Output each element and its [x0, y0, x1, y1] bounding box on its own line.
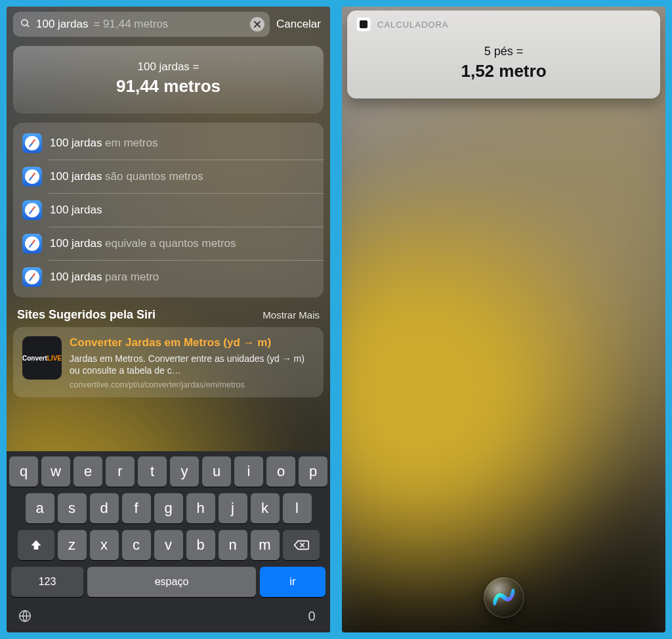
key-u[interactable]: u [202, 456, 231, 487]
siri-sites-header: Sites Sugeridos pela Siri Mostrar Mais [13, 297, 324, 327]
search-suggestion[interactable]: 100 jardas para metro [13, 261, 324, 294]
cancel-button[interactable]: Cancelar [276, 18, 324, 31]
answer-result: 91,44 metros [25, 76, 312, 97]
suggestion-text: 100 jardas equivale a quantos metros [50, 237, 236, 250]
key-q[interactable]: q [9, 456, 38, 487]
clear-search-icon[interactable] [250, 17, 264, 32]
svg-point-0 [22, 19, 28, 25]
svg-line-1 [27, 24, 29, 26]
suggestion-text: 100 jardas [50, 204, 102, 217]
key-g[interactable]: g [154, 493, 183, 523]
site-info: Converter Jardas em Metros (yd → m) Jard… [70, 336, 314, 389]
search-query-text: 100 jardas [36, 18, 88, 31]
suggestion-text: 100 jardas para metro [50, 271, 159, 284]
shift-key[interactable] [18, 530, 54, 560]
answer-equation: 100 jardas = [25, 60, 312, 74]
key-z[interactable]: z [58, 530, 87, 560]
spotlight-search-field[interactable]: 100 jardas = 91,44 metros [13, 12, 270, 37]
key-v[interactable]: v [154, 530, 183, 560]
search-suggestion[interactable]: 100 jardas [13, 194, 324, 227]
site-description: Jardas em Metros. Converter entre as uni… [70, 353, 314, 376]
software-keyboard: qwertyuiop asdfghjkl zxcvbnm 123 espaço … [7, 451, 330, 632]
thumb-text-b: LIVE [47, 355, 62, 362]
search-row: 100 jardas = 91,44 metros Cancelar [7, 7, 330, 41]
safari-icon [22, 167, 42, 187]
key-e[interactable]: e [74, 456, 102, 487]
globe-key[interactable] [12, 606, 37, 626]
keyboard-row-bottom: 123 espaço ir [9, 567, 328, 597]
search-suggestion[interactable]: 100 jardas em metros [13, 127, 324, 160]
key-k[interactable]: k [251, 493, 280, 523]
calculator-result-card[interactable]: CALCULADORA 5 pés = 1,52 metro [347, 11, 660, 99]
siri-wave-icon [492, 584, 516, 611]
calc-result: 1,52 metro [359, 61, 648, 81]
key-i[interactable]: i [234, 456, 263, 487]
siri-sites-title: Sites Sugeridos pela Siri [17, 308, 156, 322]
site-url: convertlive.com/pt/u/converter/jardas/em… [70, 380, 314, 389]
search-icon [20, 18, 31, 32]
keyboard-row-extras: 0 [9, 604, 328, 626]
suggestion-text: 100 jardas são quantos metros [50, 170, 203, 183]
search-inline-answer: = 91,44 metros [93, 18, 168, 31]
calc-equation: 5 pés = [359, 45, 648, 58]
keyboard-row-3: zxcvbnm [9, 530, 328, 560]
key-j[interactable]: j [219, 493, 247, 523]
go-key[interactable]: ir [260, 567, 326, 597]
key-b[interactable]: b [186, 530, 215, 560]
show-more-button[interactable]: Mostrar Mais [262, 309, 320, 320]
site-title: Converter Jardas em Metros (yd → m) [70, 336, 314, 349]
key-f[interactable]: f [122, 493, 151, 523]
calculator-header: CALCULADORA [347, 11, 660, 35]
key-d[interactable]: d [90, 493, 119, 523]
calculator-app-icon [356, 17, 371, 32]
key-x[interactable]: x [90, 530, 119, 560]
thumb-text-a: Convert [22, 355, 47, 362]
keyboard-row-2: asdfghjkl [9, 493, 328, 523]
calculator-app-label: CALCULADORA [377, 20, 449, 30]
backspace-key[interactable] [283, 530, 320, 560]
safari-icon [22, 234, 42, 253]
key-s[interactable]: s [58, 493, 87, 523]
key-o[interactable]: o [266, 456, 295, 487]
key-r[interactable]: r [106, 456, 135, 487]
key-t[interactable]: t [138, 456, 167, 487]
safari-icon [22, 133, 42, 153]
siri-orb-button[interactable] [484, 577, 524, 618]
suggestion-text: 100 jardas em metros [50, 137, 158, 150]
key-l[interactable]: l [283, 493, 312, 523]
key-p[interactable]: p [299, 456, 327, 487]
conversion-answer-card[interactable]: 100 jardas = 91,44 metros [13, 46, 324, 114]
keyboard-row-1: qwertyuiop [9, 456, 328, 487]
siri-screenshot: CALCULADORA 5 pés = 1,52 metro [342, 7, 665, 632]
key-h[interactable]: h [186, 493, 215, 523]
spotlight-screenshot: 100 jardas = 91,44 metros Cancelar 100 j… [7, 7, 330, 632]
siri-site-card[interactable]: ConvertLIVE Converter Jardas em Metros (… [13, 327, 324, 397]
search-suggestions-card: 100 jardas em metros100 jardas são quant… [13, 123, 324, 297]
results-scroll[interactable]: 100 jardas = 91,44 metros 100 jardas em … [7, 41, 330, 451]
key-y[interactable]: y [170, 456, 199, 487]
dictation-digit[interactable]: 0 [299, 606, 324, 626]
site-thumbnail: ConvertLIVE [22, 336, 62, 380]
numbers-key[interactable]: 123 [11, 567, 83, 597]
key-w[interactable]: w [41, 456, 70, 487]
safari-icon [22, 267, 42, 287]
space-key[interactable]: espaço [87, 567, 256, 597]
safari-icon [22, 200, 42, 220]
key-a[interactable]: a [26, 493, 54, 523]
key-n[interactable]: n [219, 530, 247, 560]
search-suggestion[interactable]: 100 jardas são quantos metros [13, 160, 324, 193]
calculator-body: 5 pés = 1,52 metro [347, 35, 660, 99]
key-m[interactable]: m [251, 530, 280, 560]
keyboard-row-3-letters: zxcvbnm [58, 530, 280, 560]
key-c[interactable]: c [122, 530, 151, 560]
search-suggestion[interactable]: 100 jardas equivale a quantos metros [13, 227, 324, 260]
